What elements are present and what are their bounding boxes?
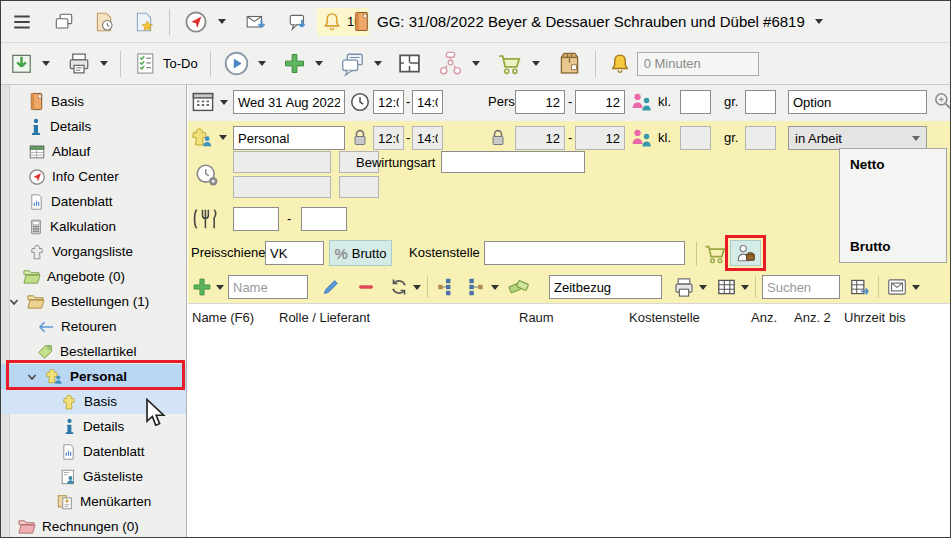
cart-icon[interactable] [496,50,524,77]
search-field[interactable] [762,275,840,299]
add-row-icon[interactable] [191,276,213,298]
refresh-icon[interactable] [388,276,410,298]
seating-diagram-icon[interactable] [437,50,464,77]
mail-export-dropdown-arrow[interactable] [912,285,920,290]
dining-from-field[interactable] [233,207,279,231]
personal-type-button[interactable] [190,126,227,149]
remove-row-icon[interactable] [356,277,376,297]
document-title-dropdown-arrow[interactable] [815,19,823,24]
column-header-anz[interactable]: Anz. [751,310,777,325]
mail-import-icon[interactable] [244,11,268,33]
print-icon[interactable] [66,51,92,76]
column-header-name[interactable]: Name (F6) [192,310,254,325]
add-dropdown-arrow[interactable] [315,61,323,66]
package-icon[interactable] [556,50,583,77]
table-export-icon[interactable] [848,276,872,298]
event-time-to-field[interactable] [412,90,443,114]
clock-settings-icon[interactable] [194,162,220,188]
sidebar-item-info-center[interactable]: Info Center [1,164,186,189]
preisschiene-field[interactable] [265,241,324,265]
cart-small-icon[interactable] [703,241,728,266]
sidebar-item-kalkulation[interactable]: Kalkulation [1,214,186,239]
sidebar-item-details[interactable]: Details [1,114,186,139]
sidebar-item-gaesteliste[interactable]: Gästeliste [1,464,186,489]
sidebar-item-retouren[interactable]: Retouren [1,314,186,339]
column-header-uhrzeit[interactable]: Uhrzeit [844,310,885,325]
magnifier-plus-icon[interactable] [932,90,951,112]
event-time-from-field[interactable] [373,90,404,114]
sidebar-item-menuekarten[interactable]: Menükarten [1,489,186,514]
staff-table-body[interactable] [188,332,950,537]
tags-icon[interactable] [507,276,531,298]
chevron-expanded-icon[interactable] [26,371,38,383]
document-star-icon[interactable] [133,11,155,33]
grouping-dropdown-arrow[interactable] [491,285,499,290]
print-list-dropdown-arrow[interactable] [699,285,707,290]
event-pers-from-field[interactable] [515,90,565,114]
event-status-field[interactable] [788,90,927,114]
zeitbezug-field[interactable] [549,275,662,299]
reminder-minutes-field[interactable] [637,52,759,76]
event-gr-field[interactable] [745,90,776,114]
sidebar-item-bestellungen[interactable]: Bestellungen (1) [1,289,186,314]
bewirtungsart-field[interactable] [441,151,585,173]
dining-to-field[interactable] [301,207,347,231]
import-dropdown-arrow[interactable] [42,61,50,66]
hamburger-menu-icon[interactable] [11,11,33,33]
add-row-dropdown-arrow[interactable] [216,285,224,290]
personal-name-field[interactable] [233,126,345,150]
document-title-group[interactable]: GG: 31/08/2022 Beyer & Dessauer Schraube… [353,1,823,42]
print-list-icon[interactable] [672,276,696,299]
reminder-bell-icon[interactable] [608,52,632,76]
sidebar-item-basis[interactable]: Basis [1,89,186,114]
sidebar-item-ablauf[interactable]: Ablauf [1,139,186,164]
sidebar-item-angebote[interactable]: Angebote (0) [1,264,186,289]
column-header-anz2[interactable]: Anz. 2 [794,310,831,325]
mail-export-icon[interactable] [885,276,909,298]
name-filter-field[interactable] [228,275,308,299]
sidebar-item-personal-datenblatt[interactable]: Datenblatt [1,439,186,464]
event-date-field[interactable] [233,90,345,114]
column-header-bis[interactable]: bis [889,310,906,325]
group-collapse-icon[interactable] [434,276,458,298]
sidebar-item-rechnungen[interactable]: Rechnungen (0) [1,514,186,538]
document-clock-icon[interactable] [93,11,115,33]
staff-booking-button[interactable] [730,240,761,266]
brutto-toggle-button[interactable]: % Brutto [329,240,392,266]
group-expand-icon[interactable] [464,276,488,298]
chevron-expanded-icon[interactable] [8,296,20,308]
table-view-dropdown-arrow[interactable] [741,285,749,290]
event-pers-to-field[interactable] [575,90,625,114]
seating-dropdown-arrow[interactable] [472,61,480,66]
cart-dropdown-arrow[interactable] [532,61,540,66]
date-picker-button[interactable] [191,90,228,114]
windows-copy-icon[interactable] [53,11,75,33]
column-header-raum[interactable]: Raum [519,310,554,325]
event-kl-field[interactable] [680,90,711,114]
personal-status-select[interactable]: in Arbeit [788,126,927,150]
print-dropdown-arrow[interactable] [100,61,108,66]
refresh-dropdown-arrow[interactable] [413,285,421,290]
table-view-icon[interactable] [715,276,738,298]
todo-button[interactable]: To-Do [133,51,198,76]
play-dropdown-arrow[interactable] [258,61,266,66]
floorplan-icon[interactable] [397,51,422,76]
sidebar-item-personal[interactable]: Personal [1,364,186,389]
info-center-icon[interactable] [184,10,208,34]
date-dropdown-arrow[interactable] [220,100,228,105]
column-header-kostenstelle[interactable]: Kostenstelle [629,310,700,325]
play-icon[interactable] [223,50,250,77]
personal-type-dropdown-arrow[interactable] [219,135,227,140]
kostenstelle-field[interactable] [484,241,685,265]
sidebar-item-personal-details[interactable]: Details [1,414,186,439]
add-icon[interactable] [282,51,307,76]
column-header-rolle[interactable]: Rolle / Lieferant [279,310,370,325]
comments-dropdown-arrow[interactable] [374,61,382,66]
comment-import-icon[interactable] [286,11,310,33]
import-icon[interactable] [9,51,34,76]
edit-pencil-icon[interactable] [320,276,342,298]
sidebar-item-vorgangsliste[interactable]: Vorgangsliste [1,239,186,264]
staff-table-header[interactable]: Name (F6) Rolle / Lieferant Raum Kostens… [188,303,950,333]
sidebar-item-datenblatt[interactable]: Datenblatt [1,189,186,214]
comments-icon[interactable] [339,51,366,77]
